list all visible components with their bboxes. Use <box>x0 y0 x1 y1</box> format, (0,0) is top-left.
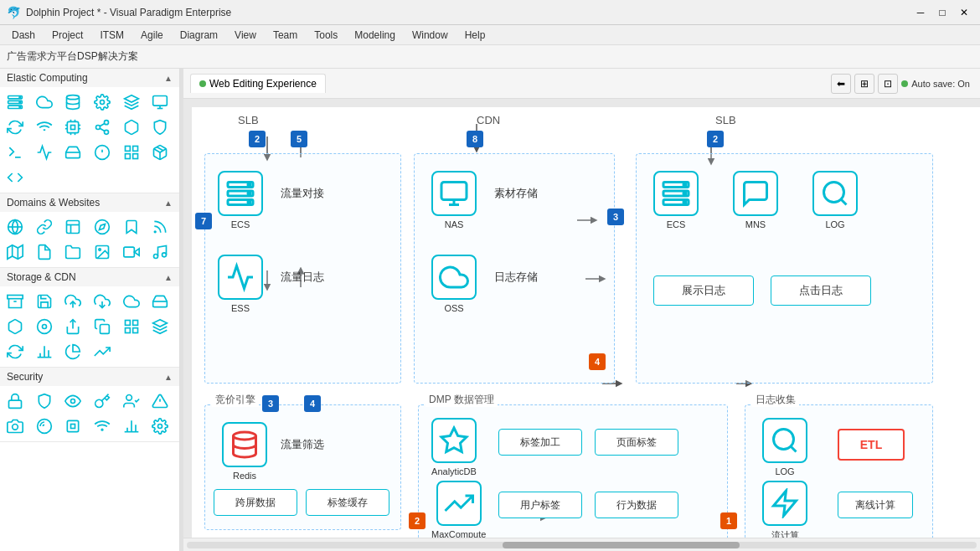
behavior-data-box: 行为数据 <box>595 492 678 518</box>
icon-eye[interactable] <box>61 389 85 413</box>
icon-image[interactable] <box>90 240 114 264</box>
canvas-tab[interactable]: Web Editing Experience <box>190 74 326 93</box>
icon-monitor[interactable] <box>148 90 172 114</box>
icon-hard-drive[interactable] <box>61 141 85 164</box>
icon-layers[interactable] <box>120 90 143 114</box>
icon-terminal[interactable] <box>3 141 27 164</box>
menu-agile[interactable]: Agile <box>132 28 172 43</box>
sidebar-header-elastic[interactable]: Elastic Computing ▲ <box>0 69 179 87</box>
icon-wifi2[interactable] <box>90 415 114 438</box>
elastic-collapse[interactable]: ▲ <box>164 74 173 83</box>
badge-1-dmp: 1 <box>720 512 737 529</box>
icon-link[interactable] <box>33 215 56 239</box>
menu-tools[interactable]: Tools <box>306 28 346 43</box>
icon-shield2[interactable] <box>33 389 56 413</box>
icon-code[interactable] <box>3 166 27 189</box>
icon-file[interactable] <box>33 240 56 264</box>
badge-3-cdn: 3 <box>607 209 624 225</box>
icon-box[interactable] <box>120 116 143 139</box>
icon-layers2[interactable] <box>148 315 172 338</box>
svg-point-77 <box>71 399 75 404</box>
icon-database[interactable] <box>61 90 85 114</box>
icon-save[interactable] <box>33 290 56 313</box>
icon-rss[interactable] <box>148 215 172 239</box>
menu-window[interactable]: Window <box>404 28 456 43</box>
icon-camera[interactable] <box>3 415 27 438</box>
menu-view[interactable]: View <box>226 28 265 43</box>
icon-folder[interactable] <box>61 240 85 264</box>
icon-map[interactable] <box>3 240 27 264</box>
menu-help[interactable]: Help <box>456 28 494 43</box>
icon-pie-chart[interactable] <box>61 340 85 363</box>
icon-bar-chart2[interactable] <box>120 415 143 438</box>
icon-copy[interactable] <box>90 315 114 338</box>
icon-disc[interactable] <box>33 315 56 338</box>
icon-hdd[interactable] <box>148 290 172 313</box>
storage-collapse[interactable]: ▲ <box>164 273 173 282</box>
icon-bar-chart[interactable] <box>33 340 56 363</box>
icon-server[interactable] <box>3 90 27 114</box>
icon-grid[interactable] <box>120 141 143 164</box>
scrollbar-thumb[interactable] <box>503 542 740 548</box>
icon-alert-tri[interactable] <box>148 389 172 413</box>
sidebar-header-storage[interactable]: Storage & CDN ▲ <box>0 268 179 286</box>
maximize-button[interactable]: □ <box>933 5 952 20</box>
icon-trending[interactable] <box>90 340 114 363</box>
menubar: Dash Project ITSM Agile Diagram View Tea… <box>0 25 980 45</box>
domains-collapse[interactable]: ▲ <box>164 198 173 208</box>
log-storage-label: 日志存储 <box>494 270 538 285</box>
icon-cpu[interactable] <box>61 116 85 139</box>
icon-globe[interactable] <box>3 215 27 239</box>
menu-diagram[interactable]: Diagram <box>172 28 226 43</box>
icon-refresh[interactable] <box>3 116 27 139</box>
menu-modeling[interactable]: Modeling <box>346 28 404 43</box>
icon-settings2[interactable] <box>148 415 172 438</box>
icon-grid2[interactable] <box>120 315 143 338</box>
menu-team[interactable]: Team <box>265 28 306 43</box>
icon-cpu2[interactable] <box>61 415 85 438</box>
icon-video[interactable] <box>120 240 143 264</box>
svg-point-89 <box>158 425 162 429</box>
sidebar-header-domains[interactable]: Domains & Websites ▲ <box>0 193 179 212</box>
toolbar-back-btn[interactable]: ⬅ <box>831 74 851 94</box>
badge-5-top: 5 <box>291 131 307 147</box>
icon-upload[interactable] <box>61 290 85 313</box>
security-collapse[interactable]: ▲ <box>164 373 173 382</box>
icon-package[interactable] <box>148 141 172 164</box>
menu-dash[interactable]: Dash <box>3 28 44 43</box>
icon-share2[interactable] <box>90 116 114 139</box>
icon-refresh2[interactable] <box>3 340 27 363</box>
icon-user-check[interactable] <box>120 389 143 413</box>
icon-cloud[interactable] <box>33 90 56 114</box>
canvas-content[interactable]: SLB CDN SLB 2 5 8 2 7 <box>183 99 980 538</box>
svg-marker-54 <box>134 249 139 255</box>
icon-shield[interactable] <box>148 116 172 139</box>
menu-itsm[interactable]: ITSM <box>91 28 132 43</box>
icon-music[interactable] <box>148 240 172 264</box>
icon-download[interactable] <box>90 290 114 313</box>
icon-compass[interactable] <box>90 215 114 239</box>
icon-activity[interactable] <box>33 141 56 164</box>
minimize-button[interactable]: ─ <box>911 5 930 20</box>
slb-right-label: SLB <box>715 114 736 126</box>
icon-key[interactable] <box>90 389 114 413</box>
toolbar-expand-btn[interactable]: ⊡ <box>878 74 898 94</box>
icon-share[interactable] <box>61 315 85 338</box>
close-button[interactable]: ✕ <box>955 5 973 20</box>
horizontal-scrollbar[interactable] <box>187 542 977 548</box>
icon-package2[interactable] <box>3 315 27 338</box>
icon-cloud-storage[interactable] <box>120 290 143 313</box>
icon-lock[interactable] <box>3 389 27 413</box>
icon-alert[interactable] <box>90 141 114 164</box>
sidebar: Elastic Computing ▲ <box>0 69 180 551</box>
icon-bookmark[interactable] <box>120 215 143 239</box>
icon-wifi[interactable] <box>33 116 56 139</box>
icon-layout[interactable] <box>61 215 85 239</box>
log1-comp: LOG <box>812 171 858 229</box>
sidebar-header-security[interactable]: Security ▲ <box>0 368 179 386</box>
icon-settings[interactable] <box>90 90 114 114</box>
menu-project[interactable]: Project <box>44 28 91 43</box>
toolbar-panel-btn[interactable]: ⊞ <box>854 74 874 94</box>
icon-archive[interactable] <box>3 290 27 313</box>
icon-fingerprint[interactable] <box>33 415 56 438</box>
